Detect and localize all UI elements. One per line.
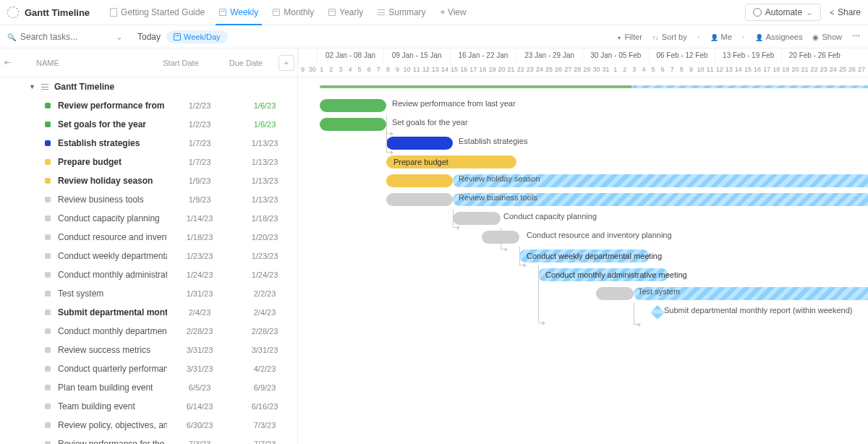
status-dot — [45, 385, 51, 390]
gantt-bar-label: Establish strategies — [459, 137, 527, 145]
task-row[interactable]: Review performance for the last 6 ...7/3… — [0, 435, 297, 444]
timeline-day: 17 — [762, 62, 772, 77]
milestone-diamond[interactable] — [650, 305, 665, 320]
me-filter-button[interactable]: Me — [710, 33, 732, 41]
dependency-arrow-icon — [391, 150, 393, 155]
status-dot — [45, 347, 51, 353]
automate-button[interactable]: Automate⌄ — [745, 4, 821, 21]
gantt-bar-label: Conduct capacity planning — [503, 212, 597, 221]
task-name: Establish strategies — [0, 138, 167, 148]
status-dot — [45, 328, 51, 334]
task-row[interactable]: Conduct quarterly performance m...3/31/2… — [0, 359, 297, 378]
assignees-button[interactable]: Assignees — [755, 33, 803, 41]
task-start-date: 1/7/23 — [167, 139, 232, 148]
column-due-header: Due Date — [213, 59, 278, 67]
tab-yearly[interactable]: Yearly — [321, 0, 370, 25]
tab-summary[interactable]: Summary — [370, 0, 433, 25]
status-dot — [45, 422, 51, 428]
timeline-day: 19 — [488, 62, 497, 77]
task-start-date: 1/9/23 — [167, 195, 232, 204]
task-start-date: 1/18/23 — [167, 233, 232, 242]
group-progress-bar-remaining — [632, 85, 868, 88]
tab-getting-started[interactable]: Getting Started Guide — [103, 0, 212, 25]
task-row[interactable]: Conduct monthly departmental m...2/28/23… — [0, 322, 297, 341]
task-row[interactable]: Conduct monthly administrative m...1/24/… — [0, 265, 297, 284]
today-button[interactable]: Today — [137, 32, 161, 42]
timeline-day: 13 — [430, 62, 440, 77]
collapse-panel-icon[interactable]: ⇤ — [0, 58, 14, 67]
calendar-icon — [219, 9, 226, 16]
search-chevron-icon[interactable]: ⌄ — [116, 32, 123, 42]
task-row[interactable]: Review holiday season1/9/231/13/23 — [0, 171, 297, 190]
task-row[interactable]: Conduct weekly departmental me...1/23/23… — [0, 247, 297, 265]
app-logo-icon — [7, 7, 19, 18]
gantt-bar[interactable] — [320, 118, 386, 131]
search-input[interactable] — [20, 32, 129, 42]
task-due-date: 1/6/23 — [232, 120, 297, 129]
gantt-bar[interactable] — [386, 174, 453, 187]
dependency-arrow-icon — [505, 247, 508, 252]
show-button[interactable]: Show — [812, 33, 842, 41]
task-start-date: 2/4/23 — [167, 308, 232, 317]
status-dot — [45, 404, 51, 409]
gantt-bar[interactable] — [596, 287, 634, 300]
task-row[interactable]: Review business tools1/9/231/13/23 — [0, 190, 297, 209]
task-name: Plan team building event — [0, 383, 167, 393]
task-name: Conduct monthly administrative m... — [0, 270, 167, 280]
timeline-day: 30 — [592, 62, 601, 77]
more-menu-icon[interactable]: ⋯ — [852, 32, 861, 41]
task-row[interactable]: Review performance from last year1/2/231… — [0, 96, 297, 115]
task-row[interactable]: Conduct capacity planning1/14/231/18/23 — [0, 209, 297, 228]
timeline-day: 1 — [317, 62, 326, 77]
group-row[interactable]: ▼ Gantt Timeline — [0, 77, 297, 96]
task-row[interactable]: Review policy, objectives, and busi...6/… — [0, 416, 297, 435]
timeline-day: 12 — [715, 62, 724, 77]
task-start-date: 2/28/23 — [167, 327, 232, 336]
share-button[interactable]: Share — [830, 7, 861, 17]
task-name: Review policy, objectives, and busi... — [0, 420, 167, 430]
task-row[interactable]: Submit departmental monthly re...2/4/232… — [0, 303, 297, 322]
timeline-day: 14 — [440, 62, 449, 77]
filter-button[interactable]: Filter — [616, 33, 642, 41]
timeline-day: 13 — [724, 62, 733, 77]
task-due-date: 1/6/23 — [232, 101, 297, 110]
timeline-day: 8 — [383, 62, 393, 77]
gantt-bar[interactable]: Conduct weekly departmental meeting — [519, 249, 650, 262]
task-row[interactable]: Review success metrics3/31/233/31/23 — [0, 341, 297, 359]
task-row[interactable]: Conduct resource and inventory pl...1/18… — [0, 228, 297, 247]
search-input-wrap[interactable] — [7, 32, 116, 42]
tab-monthly[interactable]: Monthly — [265, 0, 321, 25]
tab-weekly[interactable]: Weekly — [212, 0, 265, 25]
gantt-bar[interactable] — [386, 137, 453, 150]
timeline-day: 20 — [497, 62, 506, 77]
timeline-day: 4 — [345, 62, 354, 77]
timeline-day: 5 — [648, 62, 658, 77]
dependency-arrow-icon — [542, 321, 545, 325]
task-due-date: 1/24/23 — [232, 270, 297, 279]
sortby-button[interactable]: Sort by — [652, 33, 687, 41]
task-row[interactable]: Prepare budget1/7/231/13/23 — [0, 153, 297, 171]
gantt-bar-label: Set goals for the year — [392, 118, 468, 127]
add-view-button[interactable]: + View — [433, 0, 474, 25]
automate-icon — [753, 8, 762, 17]
add-column-button[interactable]: + — [278, 55, 294, 71]
timeline-day: 31 — [601, 62, 610, 77]
view-granularity-pill[interactable]: Week/Day — [166, 30, 228, 43]
timeline-day: 26 — [847, 62, 856, 77]
task-row[interactable]: Plan team building event6/5/236/9/23 — [0, 378, 297, 397]
gantt-bar[interactable]: Prepare budget — [386, 155, 516, 168]
timeline-day: 15 — [743, 62, 752, 77]
task-row[interactable]: Test system1/31/232/2/23 — [0, 284, 297, 303]
task-row[interactable]: Establish strategies1/7/231/13/23 — [0, 134, 297, 153]
gantt-bar[interactable] — [320, 99, 386, 112]
task-start-date: 3/31/23 — [167, 346, 232, 354]
timeline-day: 11 — [412, 62, 421, 77]
task-row[interactable]: Set goals for the year1/2/231/6/23 — [0, 115, 297, 134]
timeline-day: 5 — [355, 62, 365, 77]
gantt-bar[interactable] — [453, 212, 501, 225]
task-list-panel: ⇤ NAME Start Date Due Date + ▼ Gantt Tim… — [0, 48, 298, 444]
timeline-week: 20 Feb - 26 Feb — [781, 48, 848, 62]
gantt-bar[interactable] — [386, 193, 453, 206]
gantt-bar[interactable]: Conduct monthly administrative meeting — [538, 268, 668, 281]
task-row[interactable]: Team building event6/14/236/16/23 — [0, 397, 297, 416]
